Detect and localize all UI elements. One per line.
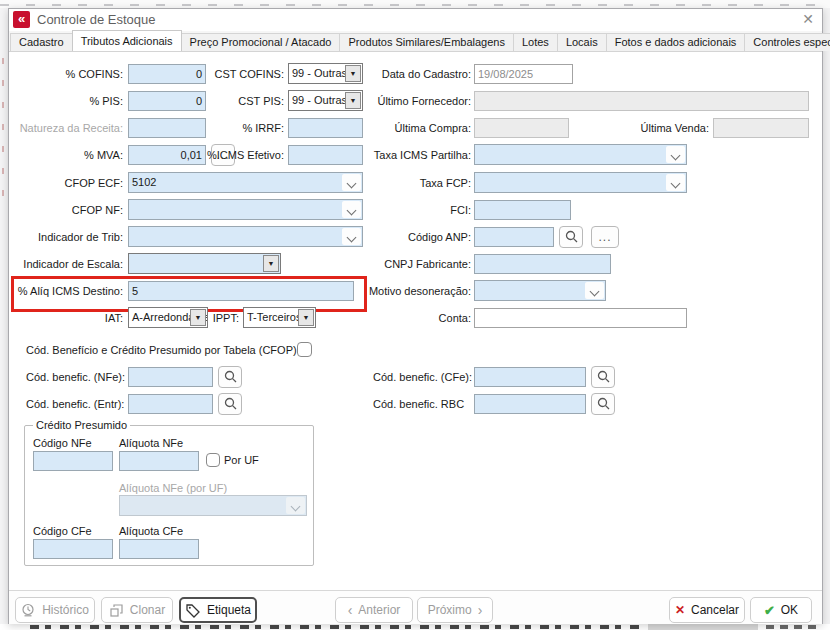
cfop-nf-select[interactable] — [128, 199, 363, 220]
search-icon — [224, 370, 237, 383]
dropdown-arrow-icon[interactable]: ▼ — [190, 309, 206, 326]
tab-preco-promocional[interactable]: Preço Promocional / Atacado — [181, 33, 341, 51]
cod-benefic-nfe-input[interactable] — [128, 367, 213, 387]
chevron-down-icon[interactable] — [666, 174, 685, 191]
icms-efetivo-input[interactable] — [288, 145, 363, 165]
tab-lotes[interactable]: Lotes — [513, 33, 558, 51]
cst-cofins-select[interactable]: 99 - Outras ▼ — [288, 63, 363, 84]
window-title: Controle de Estoque — [37, 12, 156, 27]
background-top-sliver — [0, 0, 830, 8]
taxa-fcp-label: Taxa FCP: — [353, 173, 471, 193]
aliq-icms-destino-label: % Alíq ICMS Destino: — [9, 281, 123, 301]
cod-benefic-entr-search-button[interactable] — [218, 393, 242, 415]
dropdown-arrow-icon[interactable]: ▼ — [298, 309, 314, 326]
aliq-icms-destino-input[interactable]: 5 — [128, 281, 354, 301]
data-cadastro-input[interactable]: 19/08/2025 — [474, 64, 573, 84]
cod-benefic-entr-label: Cód. benefic. (Entr): — [26, 394, 126, 414]
cod-benefic-nfe-label: Cód. benefic. (NFe): — [26, 367, 126, 387]
tab-locais[interactable]: Locais — [557, 33, 607, 51]
aliquota-cfe-input[interactable] — [119, 539, 199, 559]
cfop-ecf-select[interactable]: 5102 — [128, 172, 363, 193]
screen: « Controle de Estoque ✕ Cadastro Tributo… — [0, 0, 830, 630]
codigo-nfe-label: Código NFe — [33, 433, 118, 453]
beneficio-tabela-checkbox[interactable] — [297, 342, 312, 357]
cod-benefic-cfe-search-button[interactable] — [591, 366, 615, 388]
beneficio-tabela-label: Cód. Benefício e Crédito Presumido por T… — [26, 340, 294, 360]
fci-input[interactable] — [474, 200, 571, 220]
tab-controles-especificos[interactable]: Controles específicos — [744, 33, 830, 51]
tab-tributos-adicionais[interactable]: Tributos Adicionais — [72, 30, 182, 51]
codigo-anp-more-button[interactable]: ... — [591, 226, 619, 248]
ippt-select[interactable]: T-Terceiros ▼ — [243, 307, 316, 328]
indicador-escala-select[interactable]: ▼ — [128, 253, 281, 274]
pis-label: % PIS: — [9, 91, 123, 111]
chevron-down-icon[interactable] — [585, 282, 604, 299]
codigo-cfe-input[interactable] — [33, 539, 113, 559]
tag-icon — [185, 603, 201, 618]
clipped-row-cell — [648, 624, 758, 630]
aliquota-nfe-input[interactable] — [119, 451, 199, 471]
dropdown-arrow-icon[interactable]: ▼ — [263, 255, 279, 272]
aliquota-nfe-label: Alíquota NFe — [119, 433, 209, 453]
codigo-nfe-input[interactable] — [33, 451, 113, 471]
por-uf-checkbox[interactable] — [206, 453, 220, 467]
aliquota-cfe-label: Alíquota CFe — [119, 521, 209, 541]
proximo-button[interactable]: Próximo › — [417, 597, 493, 623]
clipped-row-text — [30, 625, 640, 629]
icms-efetivo-label: %ICMS Efetivo: — [185, 145, 284, 165]
tab-content-tributos-adicionais: % COFINS: 0 CST COFINS: 99 - Outras ▼ Da… — [9, 52, 822, 590]
search-icon — [597, 397, 610, 410]
ok-button[interactable]: ✔ OK — [750, 597, 812, 623]
chevron-left-icon: ‹ — [348, 603, 353, 617]
ultima-compra-input — [474, 118, 569, 138]
clonar-button[interactable]: Clonar — [101, 597, 173, 623]
cst-cofins-label: CST COFINS: — [185, 64, 284, 84]
indicador-trib-select[interactable] — [128, 226, 363, 247]
tab-produtos-similares[interactable]: Produtos Similares/Embalagens — [339, 33, 514, 51]
search-icon — [224, 397, 237, 410]
cfop-nf-label: CFOP NF: — [9, 200, 123, 220]
cfop-ecf-label: CFOP ECF: — [9, 173, 123, 193]
codigo-cfe-label: Código CFe — [33, 521, 118, 541]
chevron-down-icon[interactable] — [666, 146, 685, 163]
cod-benefic-rbc-label: Cód. benefic. RBC — [373, 394, 473, 414]
controle-de-estoque-dialog: « Controle de Estoque ✕ Cadastro Tributo… — [8, 8, 823, 624]
motivo-desoneracao-select[interactable] — [474, 280, 606, 301]
por-uf-label: Por UF — [224, 450, 274, 470]
conta-label: Conta: — [353, 308, 471, 328]
codigo-anp-search-button[interactable] — [559, 226, 583, 248]
cod-benefic-entr-input[interactable] — [128, 394, 213, 414]
taxa-fcp-select[interactable] — [474, 172, 687, 193]
historico-button[interactable]: Histórico — [15, 597, 95, 623]
ultima-venda-input — [713, 118, 809, 138]
anterior-button[interactable]: ‹ Anterior — [335, 597, 413, 623]
cod-benefic-cfe-input[interactable] — [474, 367, 586, 387]
conta-input[interactable] — [474, 308, 687, 328]
cnpj-fabricante-input[interactable] — [474, 254, 611, 274]
cod-benefic-nfe-search-button[interactable] — [218, 366, 242, 388]
cancel-x-icon: ✕ — [675, 603, 685, 617]
codigo-anp-label: Código ANP: — [353, 227, 471, 247]
cnpj-fabricante-label: CNPJ Fabricante: — [353, 254, 471, 274]
close-icon[interactable]: ✕ — [802, 11, 814, 27]
natureza-receita-label: Natureza da Receita: — [9, 118, 123, 138]
taxa-icms-partilha-select[interactable] — [474, 144, 687, 165]
cst-pis-select[interactable]: 99 - Outras ▼ — [288, 90, 363, 111]
indicador-trib-label: Indicador de Trib: — [9, 227, 123, 247]
cancelar-button[interactable]: ✕ Cancelar — [669, 597, 745, 623]
cod-benefic-rbc-input[interactable] — [474, 394, 586, 414]
tab-fotos-dados[interactable]: Fotos e dados adicionais — [606, 33, 746, 51]
iat-select[interactable]: A-Arredondamento ▼ — [128, 307, 208, 328]
iat-label: IAT: — [9, 308, 123, 328]
credito-presumido-title: Crédito Presumido — [33, 419, 130, 431]
cod-benefic-rbc-search-button[interactable] — [591, 393, 615, 415]
tab-cadastro[interactable]: Cadastro — [10, 33, 73, 51]
cst-pis-label: CST PIS: — [185, 91, 284, 111]
etiqueta-button[interactable]: Etiqueta — [179, 597, 257, 623]
cod-benefic-cfe-label: Cód. benefic. (CFe): — [373, 367, 473, 387]
motivo-desoneracao-label: Motivo desoneração: — [353, 281, 471, 301]
cofins-label: % COFINS: — [9, 64, 123, 84]
ultimo-fornecedor-input — [474, 91, 809, 111]
irrf-input[interactable] — [288, 118, 363, 138]
codigo-anp-input[interactable] — [474, 227, 554, 247]
